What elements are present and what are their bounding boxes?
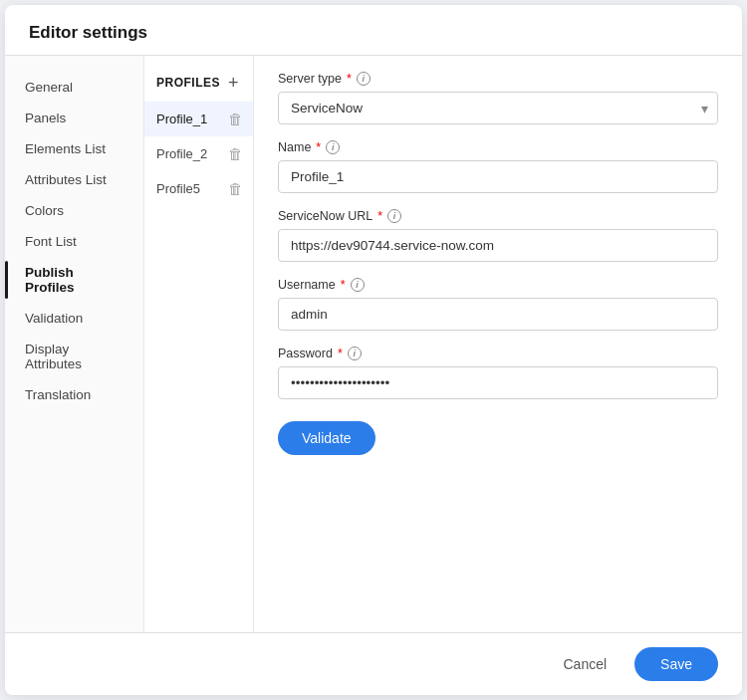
server-type-label: Server type* i: [278, 72, 718, 86]
editor-settings-dialog: Editor settings General Panels Elements …: [5, 5, 742, 695]
profiles-title: PROFILES: [156, 76, 220, 90]
username-input[interactable]: [278, 298, 718, 331]
dialog-title: Editor settings: [29, 23, 147, 42]
profile-item-profile5[interactable]: Profile5 🗑: [144, 171, 253, 206]
save-button[interactable]: Save: [634, 647, 718, 681]
server-type-select-wrapper: ServiceNow Other ▾: [278, 92, 718, 124]
main-form: Server type* i ServiceNow Other ▾ Name* …: [254, 56, 742, 632]
name-input[interactable]: [278, 160, 718, 193]
sidebar-item-colors[interactable]: Colors: [5, 195, 143, 226]
sidebar-item-display-attributes[interactable]: Display Attributes: [5, 334, 143, 379]
add-profile-button[interactable]: +: [228, 74, 239, 92]
profile-item-profile1[interactable]: Profile_1 🗑: [144, 102, 253, 136]
servicenow-url-input[interactable]: [278, 229, 718, 262]
username-label: Username* i: [278, 278, 718, 292]
profile-item-profile2[interactable]: Profile_2 🗑: [144, 136, 253, 171]
profile-label: Profile5: [156, 181, 200, 196]
server-type-group: Server type* i ServiceNow Other ▾: [278, 72, 718, 124]
server-type-info-icon: i: [357, 72, 371, 86]
servicenow-url-info-icon: i: [387, 209, 401, 223]
username-group: Username* i: [278, 278, 718, 331]
password-group: Password* i: [278, 347, 718, 399]
dialog-footer: Cancel Save: [5, 632, 742, 695]
profiles-panel: PROFILES + Profile_1 🗑 Profile_2 🗑 Profi…: [144, 56, 254, 632]
server-type-select[interactable]: ServiceNow Other: [278, 92, 718, 124]
profile-label: Profile_2: [156, 146, 207, 161]
name-group: Name* i: [278, 140, 718, 193]
sidebar-item-translation[interactable]: Translation: [5, 379, 143, 410]
delete-profile2-icon[interactable]: 🗑: [226, 143, 245, 164]
password-label: Password* i: [278, 347, 718, 360]
sidebar-item-publish-profiles[interactable]: Publish Profiles: [5, 257, 143, 303]
dialog-header: Editor settings: [5, 5, 742, 56]
password-info-icon: i: [348, 347, 362, 360]
sidebar-item-attributes-list[interactable]: Attributes List: [5, 164, 143, 195]
dialog-body: General Panels Elements List Attributes …: [5, 56, 742, 632]
sidebar-item-font-list[interactable]: Font List: [5, 226, 143, 257]
servicenow-url-group: ServiceNow URL* i: [278, 209, 718, 262]
servicenow-url-label: ServiceNow URL* i: [278, 209, 718, 223]
sidebar-item-elements-list[interactable]: Elements List: [5, 133, 143, 164]
delete-profile5-icon[interactable]: 🗑: [226, 178, 245, 199]
name-info-icon: i: [326, 140, 340, 154]
sidebar-item-validation[interactable]: Validation: [5, 303, 143, 334]
username-info-icon: i: [351, 278, 365, 292]
name-label: Name* i: [278, 140, 718, 154]
password-input[interactable]: [278, 366, 718, 399]
validate-button[interactable]: Validate: [278, 421, 375, 455]
sidebar-item-general[interactable]: General: [5, 72, 143, 103]
cancel-button[interactable]: Cancel: [547, 648, 622, 680]
profile-label: Profile_1: [156, 112, 207, 126]
sidebar: General Panels Elements List Attributes …: [5, 56, 144, 632]
delete-profile1-icon[interactable]: 🗑: [226, 109, 245, 129]
profiles-header: PROFILES +: [144, 68, 253, 102]
sidebar-item-panels[interactable]: Panels: [5, 103, 143, 133]
